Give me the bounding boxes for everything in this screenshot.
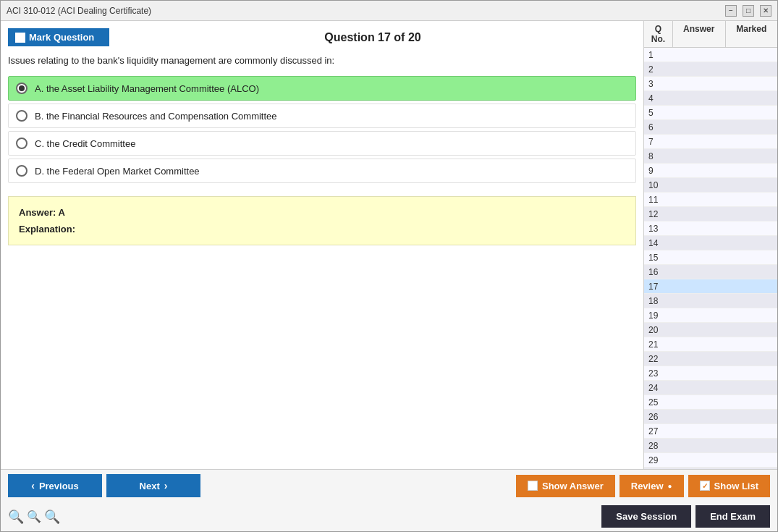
list-item-num: 18 [644,296,673,306]
list-item-num: 1 [644,50,673,60]
zoom-in-icon[interactable]: 🔍 [8,509,24,525]
list-item[interactable]: 17 [644,279,777,294]
review-button[interactable]: Review ● [620,475,684,497]
list-item-num: 14 [644,238,673,248]
list-item[interactable]: 20 [644,323,777,337]
list-item[interactable]: 11 [644,193,777,207]
option-a[interactable]: A. the Asset Liability Management Commit… [8,76,636,101]
list-item[interactable]: 7 [644,135,777,149]
option-b-text: B. the Financial Resources and Compensat… [35,111,277,122]
content-area: Mark Question Question 17 of 20 Issues r… [1,21,777,531]
list-item-num: 17 [644,282,673,292]
zoom-out-icon[interactable]: 🔍 [44,509,60,525]
nav-row: ‹ Previous Next › Show Answer Review ● ✓ [1,470,777,502]
list-item[interactable]: 1 [644,48,777,62]
main-panel: Mark Question Question 17 of 20 Issues r… [1,21,643,469]
col-header-answer: Answer [673,21,726,47]
next-button[interactable]: Next › [106,474,200,497]
list-item[interactable]: 15 [644,250,777,265]
list-item[interactable]: 26 [644,410,777,424]
end-exam-label: End Exam [710,511,756,522]
save-session-button[interactable]: Save Session [601,505,691,528]
minimize-button[interactable]: − [725,5,737,17]
option-b[interactable]: B. the Financial Resources and Compensat… [8,104,636,128]
list-item-num: 29 [644,455,673,465]
list-item-num: 7 [644,137,673,147]
list-item-num: 3 [644,79,673,89]
radio-c [16,138,28,149]
list-item[interactable]: 16 [644,265,777,279]
show-list-icon: ✓ [700,481,710,491]
show-answer-button[interactable]: Show Answer [516,475,615,497]
radio-d [16,165,28,177]
answer-box: Answer: A Explanation: [8,196,636,245]
header-row: Mark Question Question 17 of 20 [8,28,636,46]
list-item-num: 21 [644,339,673,350]
list-item-num: 27 [644,426,673,436]
list-item[interactable]: 27 [644,424,777,439]
option-d[interactable]: D. the Federal Open Market Committee [8,159,636,183]
list-item[interactable]: 2 [644,62,777,77]
question-text: Issues relating to the bank's liquidity … [8,55,636,66]
right-panel-header: Q No. Answer Marked [644,21,777,48]
list-item[interactable]: 12 [644,207,777,221]
right-panel: Q No. Answer Marked 1 2 3 4 5 6 [643,21,777,469]
list-item[interactable]: 5 [644,106,777,120]
end-exam-button[interactable]: End Exam [695,505,770,528]
list-item[interactable]: 21 [644,337,777,352]
title-bar: ACI 310-012 (ACI Dealing Certificate) − … [1,1,777,21]
list-item[interactable]: 8 [644,149,777,164]
list-item-num: 5 [644,108,673,118]
next-label: Next [140,481,160,491]
list-item[interactable]: 3 [644,77,777,91]
list-item-num: 4 [644,93,673,104]
list-item-num: 2 [644,64,673,75]
option-a-text: A. the Asset Liability Management Commit… [35,83,259,94]
list-item[interactable]: 23 [644,366,777,381]
show-list-button[interactable]: ✓ Show List [688,475,770,497]
list-item[interactable]: 25 [644,395,777,410]
list-item[interactable]: 9 [644,164,777,178]
option-c[interactable]: C. the Credit Committee [8,131,636,156]
list-item[interactable]: 19 [644,308,777,323]
list-item[interactable]: 29 [644,453,777,468]
close-button[interactable]: ✕ [760,5,771,17]
show-answer-label: Show Answer [542,481,604,491]
bottom-bar: ‹ Previous Next › Show Answer Review ● ✓ [1,469,777,531]
list-item[interactable]: 6 [644,120,777,135]
zoom-reset-icon[interactable]: 🔍 [27,510,41,523]
list-item-num: 11 [644,195,673,205]
list-item-num: 22 [644,354,673,364]
answer-text: Answer: A [19,207,625,218]
list-item[interactable]: 28 [644,439,777,453]
list-item[interactable]: 10 [644,178,777,193]
previous-label: Previous [39,481,79,491]
list-item-num: 28 [644,441,673,451]
restore-button[interactable]: □ [743,5,754,17]
mark-question-button[interactable]: Mark Question [8,28,109,46]
review-dot-icon: ● [668,482,672,490]
list-item-num: 12 [644,209,673,219]
question-list: 1 2 3 4 5 6 7 8 [644,48,777,469]
list-item[interactable]: 18 [644,294,777,308]
previous-button[interactable]: ‹ Previous [8,474,102,497]
show-list-label: Show List [714,481,758,491]
col-header-qno: Q No. [644,21,673,47]
review-label: Review [631,481,664,491]
list-item[interactable]: 22 [644,352,777,366]
radio-b [16,110,28,122]
list-item-num: 6 [644,122,673,132]
list-item-num: 13 [644,224,673,234]
list-item-num: 19 [644,311,673,321]
top-section: Mark Question Question 17 of 20 Issues r… [1,21,777,469]
list-item-num: 16 [644,267,673,277]
list-item-num: 10 [644,180,673,190]
list-item[interactable]: 4 [644,91,777,106]
list-item[interactable]: 14 [644,236,777,250]
app-window: ACI 310-012 (ACI Dealing Certificate) − … [0,0,778,532]
list-item[interactable]: 24 [644,381,777,395]
window-title: ACI 310-012 (ACI Dealing Certificate) [7,6,151,16]
radio-a [16,83,28,94]
list-item-num: 9 [644,166,673,176]
list-item[interactable]: 13 [644,221,777,236]
